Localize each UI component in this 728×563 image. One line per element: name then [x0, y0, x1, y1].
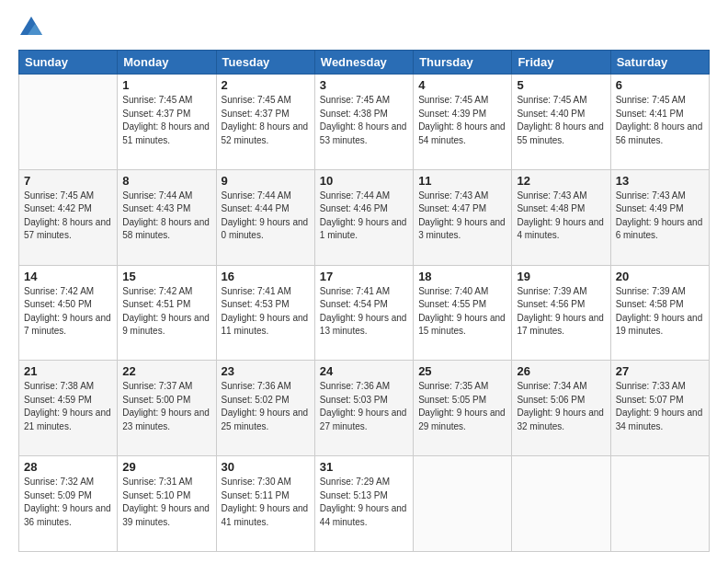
calendar-cell	[414, 456, 512, 552]
day-info: Sunrise: 7:37 AMSunset: 5:00 PMDaylight:…	[122, 380, 210, 433]
day-info: Sunrise: 7:45 AMSunset: 4:38 PMDaylight:…	[320, 94, 408, 147]
col-header-friday: Friday	[512, 51, 610, 75]
day-info: Sunrise: 7:30 AMSunset: 5:11 PMDaylight:…	[222, 476, 310, 529]
day-number: 2	[222, 78, 310, 92]
week-row-3: 14Sunrise: 7:42 AMSunset: 4:50 PMDayligh…	[19, 265, 710, 361]
calendar-cell: 13Sunrise: 7:43 AMSunset: 4:49 PMDayligh…	[610, 169, 709, 265]
day-number: 29	[122, 460, 210, 474]
day-number: 28	[24, 460, 112, 474]
day-number: 11	[418, 174, 506, 188]
day-number: 18	[418, 270, 506, 283]
calendar-cell	[610, 456, 709, 552]
page: SundayMondayTuesdayWednesdayThursdayFrid…	[0, 0, 728, 563]
calendar-cell: 9Sunrise: 7:44 AMSunset: 4:44 PMDaylight…	[216, 169, 314, 265]
calendar-cell: 7Sunrise: 7:45 AMSunset: 4:42 PMDaylight…	[19, 169, 118, 265]
calendar-cell: 24Sunrise: 7:36 AMSunset: 5:03 PMDayligh…	[314, 361, 413, 456]
day-info: Sunrise: 7:35 AMSunset: 5:05 PMDaylight:…	[418, 380, 506, 433]
calendar-table: SundayMondayTuesdayWednesdayThursdayFrid…	[18, 50, 710, 552]
day-number: 27	[616, 364, 704, 378]
day-number: 13	[616, 174, 704, 188]
day-number: 20	[616, 270, 704, 283]
calendar-cell: 5Sunrise: 7:45 AMSunset: 4:40 PMDaylight…	[512, 75, 610, 170]
day-number: 16	[222, 270, 310, 283]
calendar-cell: 16Sunrise: 7:41 AMSunset: 4:53 PMDayligh…	[216, 265, 314, 361]
day-info: Sunrise: 7:40 AMSunset: 4:55 PMDaylight:…	[418, 285, 506, 339]
day-number: 23	[222, 364, 310, 378]
day-info: Sunrise: 7:45 AMSunset: 4:37 PMDaylight:…	[222, 94, 310, 147]
day-info: Sunrise: 7:43 AMSunset: 4:48 PMDaylight:…	[517, 190, 605, 243]
calendar-header-row: SundayMondayTuesdayWednesdayThursdayFrid…	[19, 51, 710, 75]
calendar-cell: 19Sunrise: 7:39 AMSunset: 4:56 PMDayligh…	[512, 265, 610, 361]
calendar-cell: 18Sunrise: 7:40 AMSunset: 4:55 PMDayligh…	[414, 265, 512, 361]
day-info: Sunrise: 7:43 AMSunset: 4:49 PMDaylight:…	[616, 190, 704, 243]
day-info: Sunrise: 7:43 AMSunset: 4:47 PMDaylight:…	[418, 190, 506, 243]
day-info: Sunrise: 7:36 AMSunset: 5:03 PMDaylight:…	[320, 380, 408, 433]
calendar-cell: 10Sunrise: 7:44 AMSunset: 4:46 PMDayligh…	[314, 169, 413, 265]
day-number: 3	[320, 78, 408, 92]
day-number: 22	[122, 364, 210, 378]
calendar-cell: 29Sunrise: 7:31 AMSunset: 5:10 PMDayligh…	[118, 456, 216, 552]
day-number: 7	[24, 174, 112, 188]
day-info: Sunrise: 7:44 AMSunset: 4:44 PMDaylight:…	[222, 190, 310, 243]
calendar-cell: 14Sunrise: 7:42 AMSunset: 4:50 PMDayligh…	[19, 265, 118, 361]
day-info: Sunrise: 7:45 AMSunset: 4:42 PMDaylight:…	[24, 190, 112, 243]
day-info: Sunrise: 7:42 AMSunset: 4:50 PMDaylight:…	[24, 285, 112, 339]
day-info: Sunrise: 7:33 AMSunset: 5:07 PMDaylight:…	[616, 380, 704, 433]
day-number: 6	[616, 78, 704, 92]
col-header-tuesday: Tuesday	[216, 51, 314, 75]
calendar-cell	[512, 456, 610, 552]
calendar-cell: 27Sunrise: 7:33 AMSunset: 5:07 PMDayligh…	[610, 361, 709, 456]
calendar-cell	[19, 75, 118, 170]
col-header-thursday: Thursday	[414, 51, 512, 75]
week-row-4: 21Sunrise: 7:38 AMSunset: 4:59 PMDayligh…	[19, 361, 710, 456]
day-number: 10	[320, 174, 408, 188]
day-number: 25	[418, 364, 506, 378]
calendar-cell: 2Sunrise: 7:45 AMSunset: 4:37 PMDaylight…	[216, 75, 314, 170]
col-header-monday: Monday	[118, 51, 216, 75]
day-info: Sunrise: 7:45 AMSunset: 4:40 PMDaylight:…	[517, 94, 605, 147]
day-number: 31	[320, 460, 408, 474]
day-number: 24	[320, 364, 408, 378]
calendar-cell: 28Sunrise: 7:32 AMSunset: 5:09 PMDayligh…	[19, 456, 118, 552]
calendar-cell: 15Sunrise: 7:42 AMSunset: 4:51 PMDayligh…	[118, 265, 216, 361]
calendar-cell: 6Sunrise: 7:45 AMSunset: 4:41 PMDaylight…	[610, 75, 709, 170]
calendar-cell: 17Sunrise: 7:41 AMSunset: 4:54 PMDayligh…	[314, 265, 413, 361]
day-info: Sunrise: 7:34 AMSunset: 5:06 PMDaylight:…	[517, 380, 605, 433]
day-info: Sunrise: 7:44 AMSunset: 4:43 PMDaylight:…	[122, 190, 210, 243]
day-info: Sunrise: 7:41 AMSunset: 4:53 PMDaylight:…	[222, 285, 310, 339]
day-info: Sunrise: 7:39 AMSunset: 4:56 PMDaylight:…	[517, 285, 605, 339]
day-number: 26	[517, 364, 605, 378]
day-info: Sunrise: 7:39 AMSunset: 4:58 PMDaylight:…	[616, 285, 704, 339]
logo	[18, 15, 48, 40]
day-info: Sunrise: 7:41 AMSunset: 4:54 PMDaylight:…	[320, 285, 408, 339]
calendar-cell: 8Sunrise: 7:44 AMSunset: 4:43 PMDaylight…	[118, 169, 216, 265]
day-number: 19	[517, 270, 605, 283]
calendar-cell: 30Sunrise: 7:30 AMSunset: 5:11 PMDayligh…	[216, 456, 314, 552]
day-info: Sunrise: 7:45 AMSunset: 4:41 PMDaylight:…	[616, 94, 704, 147]
calendar-cell: 22Sunrise: 7:37 AMSunset: 5:00 PMDayligh…	[118, 361, 216, 456]
day-number: 30	[222, 460, 310, 474]
day-info: Sunrise: 7:29 AMSunset: 5:13 PMDaylight:…	[320, 476, 408, 529]
calendar-cell: 1Sunrise: 7:45 AMSunset: 4:37 PMDaylight…	[118, 75, 216, 170]
calendar-cell: 26Sunrise: 7:34 AMSunset: 5:06 PMDayligh…	[512, 361, 610, 456]
day-number: 4	[418, 78, 506, 92]
calendar-cell: 31Sunrise: 7:29 AMSunset: 5:13 PMDayligh…	[314, 456, 413, 552]
day-number: 9	[222, 174, 310, 188]
calendar-cell: 25Sunrise: 7:35 AMSunset: 5:05 PMDayligh…	[414, 361, 512, 456]
day-info: Sunrise: 7:45 AMSunset: 4:39 PMDaylight:…	[418, 94, 506, 147]
week-row-2: 7Sunrise: 7:45 AMSunset: 4:42 PMDaylight…	[19, 169, 710, 265]
calendar-cell: 3Sunrise: 7:45 AMSunset: 4:38 PMDaylight…	[314, 75, 413, 170]
week-row-5: 28Sunrise: 7:32 AMSunset: 5:09 PMDayligh…	[19, 456, 710, 552]
day-number: 5	[517, 78, 605, 92]
col-header-sunday: Sunday	[19, 51, 118, 75]
calendar-cell: 4Sunrise: 7:45 AMSunset: 4:39 PMDaylight…	[414, 75, 512, 170]
day-info: Sunrise: 7:45 AMSunset: 4:37 PMDaylight:…	[122, 94, 210, 147]
day-info: Sunrise: 7:31 AMSunset: 5:10 PMDaylight:…	[122, 476, 210, 529]
header	[18, 15, 710, 40]
calendar-cell: 20Sunrise: 7:39 AMSunset: 4:58 PMDayligh…	[610, 265, 709, 361]
col-header-saturday: Saturday	[610, 51, 709, 75]
day-number: 15	[122, 270, 210, 283]
day-info: Sunrise: 7:38 AMSunset: 4:59 PMDaylight:…	[24, 380, 112, 433]
day-number: 21	[24, 364, 112, 378]
day-number: 14	[24, 270, 112, 283]
